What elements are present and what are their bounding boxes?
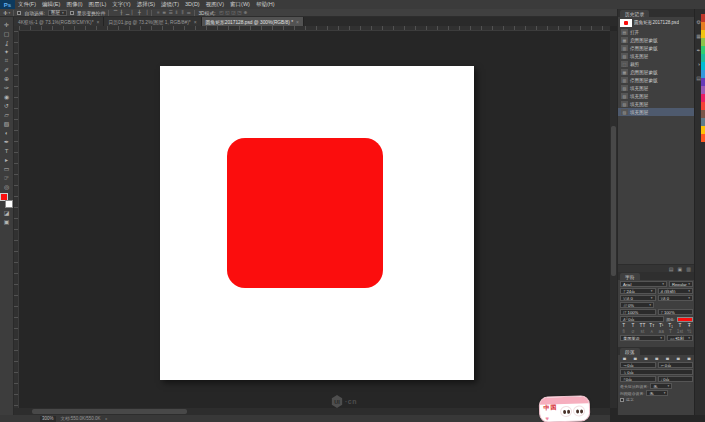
zoom-tool[interactable]: ◎ bbox=[0, 182, 13, 191]
color-chip[interactable] bbox=[701, 22, 705, 30]
char-feature-button[interactable]: st bbox=[639, 329, 646, 334]
paragraph-align-button[interactable]: ≣ bbox=[684, 356, 693, 361]
menu-item[interactable]: 选择(S) bbox=[134, 0, 158, 9]
tab-paragraph[interactable]: 段落 bbox=[620, 348, 640, 355]
color-chip[interactable] bbox=[701, 38, 705, 46]
vertical-scrollbar-thumb[interactable] bbox=[611, 126, 616, 276]
color-chip[interactable] bbox=[701, 54, 705, 62]
horizontal-scale-field[interactable]: T100% bbox=[658, 309, 694, 315]
text-color-swatch[interactable] bbox=[677, 317, 693, 322]
font-family-select[interactable]: Arial▾ bbox=[620, 281, 667, 287]
menu-item[interactable]: 文字(Y) bbox=[109, 0, 133, 9]
color-panel-icon[interactable]: ❂ bbox=[696, 19, 700, 25]
marquee-tool[interactable]: ▢ bbox=[0, 29, 13, 38]
shape-tool[interactable]: ▭ bbox=[0, 164, 13, 173]
history-state[interactable]: ▦启用图层蒙版 bbox=[618, 68, 695, 76]
3d-mode-icon[interactable]: ⊕ bbox=[243, 10, 249, 15]
color-chip[interactable] bbox=[701, 86, 705, 94]
char-style-button[interactable]: T₁ bbox=[667, 323, 674, 328]
menu-item[interactable]: 文件(F) bbox=[15, 0, 39, 9]
menu-item[interactable]: 编辑(E) bbox=[39, 0, 63, 9]
history-state[interactable]: ▨填充图层 bbox=[618, 108, 695, 116]
eraser-tool[interactable]: ▱ bbox=[0, 110, 13, 119]
paragraph-align-button[interactable]: ≣ bbox=[620, 356, 629, 361]
font-size-field[interactable]: T24点▾ bbox=[620, 288, 656, 294]
color-chip[interactable] bbox=[701, 126, 705, 134]
rounded-rectangle-shape[interactable] bbox=[227, 138, 383, 288]
color-chip[interactable] bbox=[701, 78, 705, 86]
gradient-tool[interactable]: ▧ bbox=[0, 119, 13, 128]
mojikumi-select[interactable]: 无▾ bbox=[646, 390, 668, 396]
menu-item[interactable]: 图像(I) bbox=[63, 0, 85, 9]
history-state[interactable]: ▥停用图层蒙版 bbox=[618, 76, 695, 84]
new-snapshot-icon[interactable]: ▣ bbox=[678, 266, 683, 272]
auto-select-checkbox[interactable] bbox=[17, 11, 21, 15]
color-chip[interactable] bbox=[701, 110, 705, 118]
char-feature-button[interactable]: σ bbox=[629, 329, 636, 334]
paragraph-align-button[interactable]: ≣ bbox=[641, 356, 650, 361]
document-canvas[interactable] bbox=[160, 66, 474, 380]
paragraph-align-button[interactable]: ≣ bbox=[631, 356, 640, 361]
history-state[interactable]: ▥停用图层蒙版 bbox=[618, 44, 695, 52]
eyedropper-tool[interactable]: ✐ bbox=[0, 65, 13, 74]
history-state[interactable]: ▦启用图层蒙版 bbox=[618, 36, 695, 44]
horizontal-scrollbar[interactable] bbox=[14, 408, 610, 415]
char-style-button[interactable]: TT bbox=[639, 323, 646, 328]
type-tool[interactable]: T bbox=[0, 146, 13, 155]
tab-character[interactable]: 字符 bbox=[620, 273, 640, 280]
menu-item[interactable]: 视图(V) bbox=[203, 0, 227, 9]
crop-tool[interactable]: ⌗ bbox=[0, 56, 13, 65]
color-chip[interactable] bbox=[701, 30, 705, 38]
clone-stamp-tool[interactable]: ◉ bbox=[0, 92, 13, 101]
vertical-scale-field[interactable]: IT100% bbox=[620, 309, 656, 315]
background-color-swatch[interactable] bbox=[5, 200, 13, 208]
document-tab[interactable]: 圆角矩形2017128.psd @ 300%(RGB/8) *× bbox=[202, 17, 304, 26]
char-feature-button[interactable]: 1st bbox=[676, 329, 683, 334]
antialias-select[interactable]: aa锐利▾ bbox=[667, 335, 693, 341]
path-selection-tool[interactable]: ▸ bbox=[0, 155, 13, 164]
color-chip[interactable] bbox=[701, 62, 705, 70]
tab-close-icon[interactable]: × bbox=[194, 19, 197, 25]
char-style-button[interactable]: T bbox=[620, 323, 627, 328]
font-style-select[interactable]: Regular▾ bbox=[669, 281, 693, 287]
healing-brush-tool[interactable]: ⊕ bbox=[0, 74, 13, 83]
menu-item[interactable]: 帮助(H) bbox=[253, 0, 278, 9]
menu-item[interactable]: 窗口(W) bbox=[227, 0, 253, 9]
hand-tool[interactable]: ☞ bbox=[0, 173, 13, 182]
color-chip[interactable] bbox=[701, 134, 705, 142]
styles-panel-icon[interactable]: ✒ bbox=[696, 47, 700, 53]
menu-item[interactable]: 3D(D) bbox=[182, 0, 203, 9]
char-style-button[interactable]: T¹ bbox=[658, 323, 665, 328]
history-brush-tool[interactable]: ↺ bbox=[0, 101, 13, 110]
color-chip[interactable] bbox=[701, 14, 705, 22]
document-tab[interactable]: 日历01.jpg @ 73.2%(图层 1, RGB/8#)*× bbox=[104, 17, 201, 26]
char-style-button[interactable]: Tт bbox=[648, 323, 655, 328]
char-feature-button[interactable]: T bbox=[667, 329, 674, 334]
hyphenate-checkbox[interactable] bbox=[620, 398, 624, 402]
char-feature-button[interactable]: aa bbox=[658, 329, 665, 334]
history-snapshot-row[interactable]: 圆角矩形2017128.psd bbox=[618, 17, 695, 28]
char-feature-button[interactable]: ½ bbox=[686, 329, 693, 334]
current-tool-icon[interactable]: ✛▾ bbox=[3, 10, 10, 16]
status-options-arrow[interactable]: ▸ bbox=[106, 416, 108, 421]
adjustments-panel-icon[interactable]: ◑ bbox=[697, 61, 700, 67]
baseline-shift-field[interactable]: Aª0点 bbox=[620, 316, 664, 322]
show-transform-checkbox[interactable] bbox=[70, 11, 74, 15]
tracking-field[interactable]: VA0▾ bbox=[658, 295, 694, 301]
char-style-button[interactable]: T bbox=[629, 323, 636, 328]
leading-field[interactable]: A(自动)▾ bbox=[658, 288, 694, 294]
history-state[interactable]: ▨填充图层 bbox=[618, 84, 695, 92]
char-feature-button[interactable]: ᴀ bbox=[648, 329, 655, 334]
menu-item[interactable]: 滤镜(T) bbox=[158, 0, 182, 9]
zoom-level-field[interactable]: 300% bbox=[40, 416, 56, 422]
color-chip[interactable] bbox=[701, 102, 705, 110]
paragraph-align-button[interactable]: ≣ bbox=[663, 356, 672, 361]
horizontal-scrollbar-thumb[interactable] bbox=[32, 409, 187, 414]
char-feature-button[interactable]: fi bbox=[620, 329, 627, 334]
kerning-field[interactable]: V/A0▾ bbox=[620, 295, 656, 301]
paragraph-indent-field[interactable]: ⤓0点 bbox=[658, 376, 694, 382]
paragraph-align-button[interactable]: ≣ bbox=[674, 356, 683, 361]
color-chip[interactable] bbox=[701, 118, 705, 126]
document-tab[interactable]: 4K壁纸-1 @ 73.1%(RGB/8/CMYK)*× bbox=[14, 17, 104, 26]
paragraph-indent-field[interactable]: ⤒0点 bbox=[620, 376, 656, 382]
